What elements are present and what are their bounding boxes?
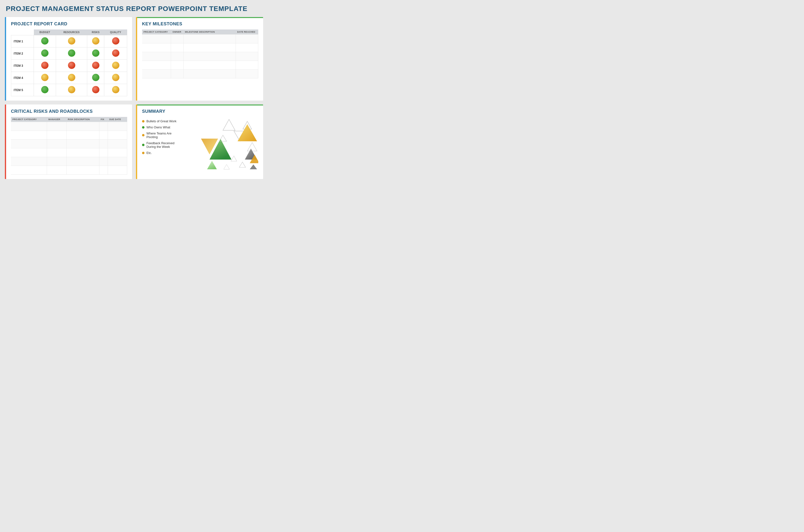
list-item: Where Teams Are Pivoting: [142, 132, 180, 139]
m-cat-2: [142, 52, 171, 61]
bullet-dot-3: [142, 144, 145, 146]
r-cat-1: [11, 131, 47, 139]
dot-resources-3: [68, 62, 75, 69]
m-own-0: [171, 35, 184, 43]
r-cat-5: [11, 166, 47, 175]
dot-resources-5: [68, 86, 75, 93]
bullet-dot-2: [142, 134, 145, 136]
r-cat-3: [11, 148, 47, 157]
risks-title: CRITICAL RISKS AND ROADBLOCKS: [11, 109, 127, 114]
table-row: [142, 70, 258, 78]
r-desc-0: [66, 122, 99, 131]
budget-cell-2: [34, 48, 56, 60]
m-date-3: [236, 61, 258, 70]
bullet-text-2: Where Teams Are Pivoting: [146, 132, 180, 139]
r-desc-4: [66, 157, 99, 166]
r-date-5: [108, 166, 127, 175]
m-cat-1: [142, 43, 171, 52]
summary-panel: SUMMARY Bullets of Great WorkWho Owns Wh…: [136, 104, 263, 179]
r-fix-3: [99, 148, 108, 157]
bullet-dot-1: [142, 126, 145, 129]
r-desc-1: [66, 131, 99, 139]
bullet-text-4: Etc.: [146, 151, 152, 155]
budget-cell-1: [34, 35, 56, 48]
list-item: Who Owns What: [142, 126, 180, 129]
col-header-quality: QUALITY: [104, 30, 127, 35]
dot-quality-3: [112, 62, 119, 69]
item-label-4: ITEM 4: [11, 72, 34, 84]
m-date-0: [236, 35, 258, 43]
triangle-outline-7: [239, 162, 246, 167]
list-item: Etc.: [142, 151, 180, 155]
table-row: ITEM 2: [11, 48, 127, 60]
r-mgr-4: [47, 157, 66, 166]
report-card-panel: PROJECT REPORT CARD BUDGET RESOURCES RIS…: [5, 17, 132, 101]
m-desc-2: [184, 52, 236, 61]
milestones-title: KEY MILESTONES: [142, 21, 258, 26]
m-desc-0: [184, 35, 236, 43]
triangle-dark: [250, 165, 257, 169]
risks-panel: CRITICAL RISKS AND ROADBLOCKS PROJECT CA…: [5, 104, 132, 179]
list-item: Bullets of Great Work: [142, 119, 180, 123]
dot-resources-2: [68, 50, 75, 57]
r-desc-5: [66, 166, 99, 175]
bullet-text-3: Feedback Received During the Week: [146, 141, 180, 149]
r-date-3: [108, 148, 127, 157]
milestones-panel: KEY MILESTONES PROJECT CATEGORY OWNER MI…: [136, 17, 263, 101]
item-label-5: ITEM 5: [11, 84, 34, 96]
r-mgr-1: [47, 131, 66, 139]
risks-table: PROJECT CATEGORY MANAGER RISK DESCRIPTIO…: [11, 117, 127, 175]
r-cat-0: [11, 122, 47, 131]
r-fix-4: [99, 157, 108, 166]
m-desc-4: [184, 70, 236, 78]
r-mgr-0: [47, 122, 66, 131]
milestone-col-date: DATE REACHED: [236, 30, 258, 35]
triangle-outline-4: [247, 142, 257, 151]
budget-cell-3: [34, 60, 56, 72]
dot-resources-1: [68, 37, 75, 44]
risks-cell-5: [87, 84, 104, 96]
m-desc-3: [184, 61, 236, 70]
m-own-1: [171, 43, 184, 52]
risks-cell-4: [87, 72, 104, 84]
summary-content: Bullets of Great WorkWho Owns WhatWhere …: [142, 117, 258, 171]
m-cat-3: [142, 61, 171, 70]
risks-cell-3: [87, 60, 104, 72]
r-mgr-3: [47, 148, 66, 157]
m-desc-1: [184, 43, 236, 52]
dot-budget-1: [41, 37, 49, 44]
triangle-outline-8: [224, 165, 229, 169]
milestone-col-owner: OWNER: [171, 30, 184, 35]
report-card-title: PROJECT REPORT CARD: [11, 21, 127, 26]
dot-resources-4: [68, 74, 75, 81]
r-fix-0: [99, 122, 108, 131]
bullet-dot-4: [142, 152, 145, 154]
m-cat-4: [142, 70, 171, 78]
table-row: ITEM 4: [11, 72, 127, 84]
m-date-1: [236, 43, 258, 52]
risks-cell-2: [87, 48, 104, 60]
m-own-2: [171, 52, 184, 61]
bullet-dot-0: [142, 120, 145, 122]
dot-risks-5: [92, 86, 99, 93]
r-date-1: [108, 131, 127, 139]
table-row: [11, 131, 127, 139]
risk-col-fix: FIX: [99, 117, 108, 122]
resources-cell-3: [56, 60, 87, 72]
budget-cell-5: [34, 84, 56, 96]
risk-col-manager: MANAGER: [47, 117, 66, 122]
r-desc-3: [66, 148, 99, 157]
list-item: Feedback Received During the Week: [142, 141, 180, 149]
dot-budget-2: [41, 50, 49, 57]
bullet-text-0: Bullets of Great Work: [146, 119, 176, 123]
table-row: [11, 166, 127, 175]
dot-quality-2: [112, 50, 119, 57]
quality-cell-2: [104, 48, 127, 60]
r-date-2: [108, 139, 127, 148]
risks-cell-1: [87, 35, 104, 48]
dot-quality-4: [112, 74, 119, 81]
r-cat-4: [11, 157, 47, 166]
table-row: ITEM 3: [11, 60, 127, 72]
r-fix-1: [99, 131, 108, 139]
table-row: [11, 122, 127, 131]
